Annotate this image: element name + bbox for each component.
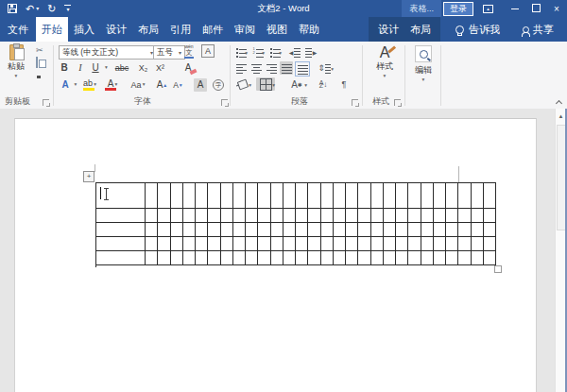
table-cell[interactable] xyxy=(271,237,284,251)
superscript-button[interactable]: X² xyxy=(153,61,167,75)
table-cell[interactable] xyxy=(146,183,158,209)
table-cell[interactable] xyxy=(421,251,434,265)
change-case-button[interactable]: Aa▾ xyxy=(129,78,147,92)
table-cell[interactable] xyxy=(434,223,446,237)
tab-design[interactable]: 设计 xyxy=(100,17,132,42)
highlight-button[interactable]: ab ▾ xyxy=(82,78,97,92)
clear-formatting-button[interactable]: A xyxy=(181,61,195,75)
tab-review[interactable]: 审阅 xyxy=(229,17,261,42)
table-cell[interactable] xyxy=(221,237,233,251)
asian-layout-button[interactable]: A✱▾ xyxy=(286,77,307,91)
justify-button[interactable] xyxy=(280,61,293,75)
editing-button[interactable]: 编辑 ▾ xyxy=(411,45,436,82)
table-cell[interactable] xyxy=(458,223,471,237)
table-cell[interactable] xyxy=(284,223,296,237)
font-name-combo[interactable]: 等线 (中文正文) ▾ xyxy=(59,45,157,60)
table-cell[interactable] xyxy=(221,209,233,223)
font-color-button[interactable]: A ▾ xyxy=(104,78,121,92)
table-cell[interactable] xyxy=(396,223,408,237)
table-cell[interactable] xyxy=(346,237,358,251)
table-cell[interactable] xyxy=(158,183,170,209)
shading-button[interactable]: ▾ xyxy=(234,77,251,91)
character-border-button[interactable]: A xyxy=(201,44,215,58)
table-cell[interactable] xyxy=(196,209,208,223)
table-cell[interactable] xyxy=(296,251,308,265)
increase-indent-button[interactable]: ▶ xyxy=(304,45,318,59)
align-left-button[interactable] xyxy=(234,61,248,75)
table-cell[interactable] xyxy=(158,251,170,265)
table-cell[interactable] xyxy=(221,223,233,237)
copy-icon[interactable] xyxy=(36,59,38,67)
table-cell[interactable] xyxy=(208,251,220,265)
table-cell[interactable] xyxy=(158,209,170,223)
table-cell[interactable] xyxy=(296,237,308,251)
paste-button[interactable]: 粘贴 ▾ xyxy=(8,44,25,78)
table-cell[interactable] xyxy=(196,237,208,251)
font-dialog-launcher-icon[interactable] xyxy=(221,99,228,106)
customize-qat-icon[interactable]: ▾ xyxy=(64,5,71,12)
table-cell[interactable] xyxy=(171,251,183,265)
table-cell[interactable] xyxy=(421,237,434,251)
table-cell[interactable] xyxy=(358,209,370,223)
table-cell[interactable] xyxy=(208,223,220,237)
table-cell[interactable] xyxy=(371,237,384,251)
table-cell[interactable] xyxy=(308,183,320,209)
shrink-font-button[interactable]: A▼ xyxy=(172,78,184,92)
table-cell[interactable] xyxy=(346,251,358,265)
table-cell[interactable] xyxy=(258,237,270,251)
table-cell[interactable] xyxy=(308,237,320,251)
table-cell[interactable] xyxy=(183,183,196,209)
table-cell[interactable] xyxy=(396,237,408,251)
table-cell[interactable] xyxy=(484,183,496,209)
table-cell[interactable] xyxy=(246,251,258,265)
table-cell[interactable] xyxy=(472,223,484,237)
table-cell[interactable] xyxy=(271,183,284,209)
table-cell[interactable] xyxy=(396,209,408,223)
table-cell[interactable] xyxy=(446,237,458,251)
table-cell[interactable] xyxy=(358,251,370,265)
table-resize-handle[interactable] xyxy=(494,265,502,273)
table-cell[interactable] xyxy=(334,183,346,209)
page[interactable]: + xyxy=(14,118,537,392)
table-cell[interactable] xyxy=(258,251,270,265)
table-cell[interactable] xyxy=(233,209,246,223)
redo-icon[interactable]: ↻ xyxy=(47,4,56,14)
subscript-button[interactable]: X₂ xyxy=(136,61,150,75)
font-size-dropdown-icon[interactable]: ▾ xyxy=(176,49,181,56)
save-icon[interactable] xyxy=(8,4,17,13)
multilevel-list-button[interactable]: ▾ xyxy=(268,45,282,59)
table-cell[interactable] xyxy=(371,251,384,265)
enclose-characters-button[interactable]: 字 xyxy=(213,78,224,92)
table-cell[interactable] xyxy=(371,183,384,209)
ribbon-display-options-icon[interactable]: ▴ xyxy=(483,5,493,13)
tab-references[interactable]: 引用 xyxy=(164,17,197,42)
sign-in-button[interactable]: 登录 xyxy=(443,2,473,16)
table-cell[interactable] xyxy=(434,237,446,251)
table-cell[interactable] xyxy=(221,183,233,209)
table-cell[interactable] xyxy=(334,237,346,251)
table-cell[interactable] xyxy=(246,223,258,237)
table-cell[interactable] xyxy=(271,251,284,265)
tab-insert[interactable]: 插入 xyxy=(68,17,100,42)
table-cell[interactable] xyxy=(434,183,446,209)
table-cell[interactable] xyxy=(208,183,220,209)
table-cell[interactable] xyxy=(472,237,484,251)
table-cell[interactable] xyxy=(146,237,158,251)
table-cell[interactable] xyxy=(458,209,471,223)
table-cell[interactable] xyxy=(233,251,246,265)
table-cell[interactable] xyxy=(308,251,320,265)
table-cell[interactable] xyxy=(346,209,358,223)
table-cell[interactable] xyxy=(384,183,396,209)
italic-button[interactable]: I xyxy=(76,61,85,75)
table-cell[interactable] xyxy=(171,223,183,237)
align-right-button[interactable] xyxy=(265,61,278,75)
table-cell[interactable] xyxy=(233,237,246,251)
table-cell[interactable] xyxy=(158,223,170,237)
paste-dropdown-icon[interactable]: ▾ xyxy=(15,73,18,78)
table-cell[interactable] xyxy=(246,183,258,209)
table-cell[interactable] xyxy=(321,209,334,223)
table-cell[interactable] xyxy=(308,209,320,223)
table-cell[interactable] xyxy=(233,183,246,209)
table-cell[interactable] xyxy=(446,223,458,237)
table-cell[interactable] xyxy=(158,237,170,251)
